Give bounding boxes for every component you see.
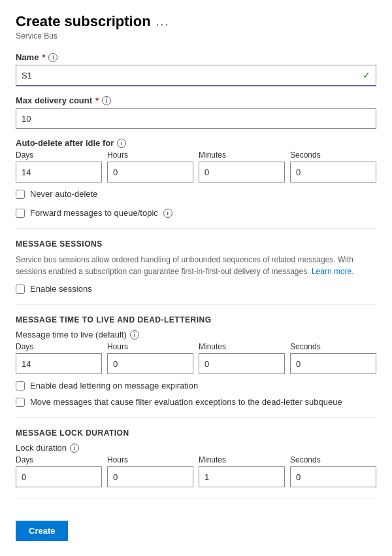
ttl-hours-label: Hours xyxy=(107,342,193,351)
auto-delete-minutes-input[interactable] xyxy=(199,162,285,182)
create-button[interactable]: Create xyxy=(16,521,68,541)
auto-delete-info-icon[interactable]: i xyxy=(117,139,126,148)
max-delivery-required-star: * xyxy=(95,96,99,105)
ttl-minutes-col: Minutes xyxy=(199,342,285,374)
ttl-minutes-label: Minutes xyxy=(199,342,285,351)
filter-exceptions-checkbox[interactable] xyxy=(16,398,25,407)
ttl-grid: Days Hours Minutes Seconds xyxy=(16,342,376,374)
dead-letter-label: Enable dead lettering on message expirat… xyxy=(30,381,198,391)
auto-delete-label: Auto-delete after idle for i xyxy=(16,138,376,148)
max-delivery-input[interactable] xyxy=(16,108,376,129)
ellipsis-icon: ... xyxy=(156,15,170,29)
lock-seconds-input[interactable] xyxy=(290,466,376,487)
filter-exceptions-label: Move messages that cause filter evaluati… xyxy=(30,397,342,407)
max-delivery-info-icon[interactable]: i xyxy=(102,96,111,105)
auto-delete-field-group: Auto-delete after idle for i Days Hours … xyxy=(16,138,376,199)
enable-sessions-label: Enable sessions xyxy=(30,284,92,294)
dead-letter-row: Enable dead lettering on message expirat… xyxy=(16,381,376,391)
page-title: Create subscription ... xyxy=(16,13,376,30)
auto-delete-minutes-label: Minutes xyxy=(199,150,285,160)
dead-letter-checkbox[interactable] xyxy=(16,381,25,391)
auto-delete-days-input[interactable] xyxy=(16,162,102,182)
message-ttl-section: MESSAGE TIME TO LIVE AND DEAD-LETTERING … xyxy=(16,315,376,407)
message-sessions-header: MESSAGE SESSIONS xyxy=(16,239,376,249)
message-ttl-header: MESSAGE TIME TO LIVE AND DEAD-LETTERING xyxy=(16,315,376,324)
lock-hours-col: Hours xyxy=(107,455,193,487)
ttl-days-input[interactable] xyxy=(16,353,102,374)
name-label: Name * i xyxy=(16,52,376,62)
lock-seconds-col: Seconds xyxy=(290,455,376,487)
ttl-minutes-input[interactable] xyxy=(199,353,285,374)
divider-3 xyxy=(16,417,376,418)
required-star: * xyxy=(42,52,45,62)
ttl-hours-col: Hours xyxy=(107,342,193,374)
title-text: Create subscription xyxy=(16,13,151,30)
subtitle: Service Bus xyxy=(16,31,376,41)
divider-4 xyxy=(16,498,376,498)
never-auto-delete-row: Never auto-delete xyxy=(16,189,376,199)
ttl-label: Message time to live (default) i xyxy=(16,330,376,339)
message-sessions-section: MESSAGE SESSIONS Service bus sessions al… xyxy=(16,239,376,294)
name-valid-icon: ✓ xyxy=(363,70,370,80)
name-info-icon[interactable]: i xyxy=(48,53,57,62)
name-input[interactable] xyxy=(16,65,376,85)
lock-minutes-input[interactable] xyxy=(199,466,285,487)
never-auto-delete-label: Never auto-delete xyxy=(30,189,97,199)
message-sessions-desc: Service bus sessions allow ordered handl… xyxy=(16,254,376,277)
auto-delete-seconds-label: Seconds xyxy=(290,150,376,160)
lock-info-icon[interactable]: i xyxy=(70,443,79,453)
auto-delete-days-col: Days xyxy=(16,150,102,182)
filter-exceptions-row: Move messages that cause filter evaluati… xyxy=(16,397,376,407)
max-delivery-field-group: Max delivery count * i xyxy=(16,96,376,129)
name-input-wrapper: ✓ xyxy=(16,65,376,86)
ttl-seconds-label: Seconds xyxy=(290,342,376,351)
enable-sessions-row: Enable sessions xyxy=(16,284,376,294)
forward-messages-label: Forward messages to queue/topic xyxy=(30,208,158,218)
lock-days-col: Days xyxy=(16,455,102,487)
lock-minutes-label: Minutes xyxy=(199,455,285,464)
auto-delete-hours-input[interactable] xyxy=(107,162,193,182)
forward-messages-info-icon[interactable]: i xyxy=(163,209,172,218)
forward-messages-row: Forward messages to queue/topic i xyxy=(16,208,376,218)
lock-days-input[interactable] xyxy=(16,466,102,487)
lock-minutes-col: Minutes xyxy=(199,455,285,487)
auto-delete-seconds-col: Seconds xyxy=(290,150,376,182)
ttl-seconds-input[interactable] xyxy=(290,353,376,374)
name-field-group: Name * i ✓ xyxy=(16,52,376,86)
lock-days-label: Days xyxy=(16,455,102,464)
auto-delete-minutes-col: Minutes xyxy=(199,150,285,182)
divider-2 xyxy=(16,304,376,305)
lock-seconds-label: Seconds xyxy=(290,455,376,464)
forward-messages-checkbox[interactable] xyxy=(16,209,25,218)
auto-delete-hours-label: Hours xyxy=(107,150,193,160)
auto-delete-days-label: Days xyxy=(16,150,102,160)
ttl-seconds-col: Seconds xyxy=(290,342,376,374)
ttl-days-col: Days xyxy=(16,342,102,374)
enable-sessions-checkbox[interactable] xyxy=(16,285,25,294)
lock-hours-label: Hours xyxy=(107,455,193,464)
auto-delete-grid: Days Hours Minutes Seconds xyxy=(16,150,376,182)
ttl-info-icon[interactable]: i xyxy=(130,330,139,339)
lock-duration-header: MESSAGE LOCK DURATION xyxy=(16,428,376,438)
never-auto-delete-checkbox[interactable] xyxy=(16,190,25,199)
lock-hours-input[interactable] xyxy=(107,466,193,487)
ttl-days-label: Days xyxy=(16,342,102,351)
ttl-hours-input[interactable] xyxy=(107,353,193,374)
lock-label: Lock duration i xyxy=(16,443,376,453)
divider-1 xyxy=(16,228,376,229)
lock-duration-section: MESSAGE LOCK DURATION Lock duration i Da… xyxy=(16,428,376,487)
auto-delete-seconds-input[interactable] xyxy=(290,162,376,182)
lock-grid: Days Hours Minutes Seconds xyxy=(16,455,376,487)
max-delivery-label: Max delivery count * i xyxy=(16,96,376,105)
auto-delete-hours-col: Hours xyxy=(107,150,193,182)
learn-more-link[interactable]: Learn more. xyxy=(312,267,354,276)
